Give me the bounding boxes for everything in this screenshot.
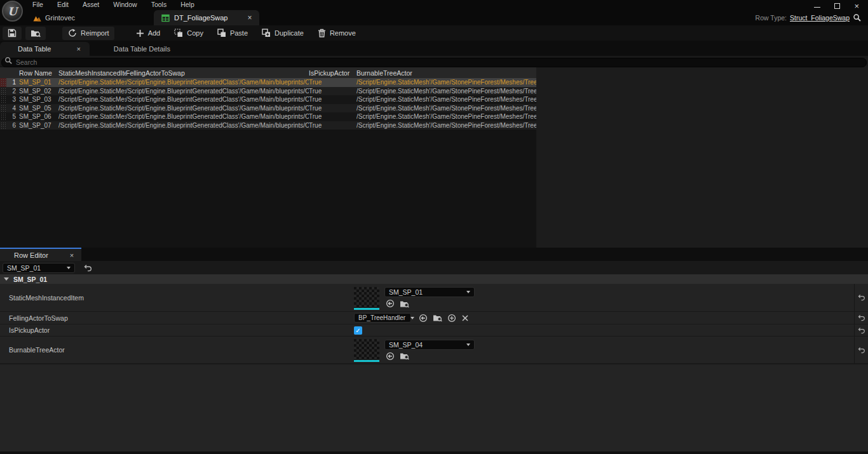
property-row-static-mesh: StaticMeshInstancedItem SM_SP_01 [0, 284, 868, 312]
close-tab-icon[interactable] [76, 45, 80, 53]
save-icon [8, 29, 17, 37]
asset-thumbnail[interactable] [354, 339, 379, 362]
maximize-button[interactable] [834, 3, 840, 9]
close-tab-icon[interactable] [70, 251, 74, 259]
pickup-cell: True [309, 96, 356, 103]
save-button[interactable] [3, 27, 22, 40]
use-selected-asset-icon[interactable] [386, 299, 395, 308]
minimize-button[interactable] [814, 4, 820, 8]
property-label: FellingActorToSwap [0, 312, 354, 324]
toolbar: Reimport Add Copy Paste [0, 25, 868, 41]
reset-to-default-icon[interactable] [858, 327, 865, 334]
reset-icon[interactable] [84, 264, 92, 272]
menu-window[interactable]: Window [107, 1, 142, 8]
is-pickup-checkbox[interactable] [354, 326, 362, 335]
reimport-label: Reimport [81, 29, 109, 37]
tab-dt-foliageswap[interactable]: DT_FoliageSwap [154, 10, 259, 25]
table-row[interactable]: 2 SM_SP_02 /Script/Engine.StaticMesh'/Ga… [0, 87, 536, 96]
table-row[interactable]: 1 SM_SP_01 /Script/Engine.StaticMesh'/Ga… [0, 78, 536, 87]
burnable-cell: /Script/Engine.StaticMesh'/Game/StonePin… [356, 79, 536, 86]
tab-data-table-details[interactable]: Data Table Details [104, 42, 180, 56]
menu-edit[interactable]: Edit [51, 1, 74, 8]
menu-help[interactable]: Help [175, 1, 200, 8]
pick-actor-icon[interactable] [447, 314, 456, 323]
search-input[interactable] [1, 58, 867, 67]
duplicate-button[interactable]: Duplicate [257, 27, 309, 40]
row-number: 3 [6, 96, 19, 103]
table-row[interactable]: 3 SM_SP_03 /Script/Engine.StaticMesh'/Ga… [0, 95, 536, 104]
row-select-dropdown[interactable]: SM_SP_01 [3, 263, 75, 273]
tab-data-table[interactable]: Data Table [0, 42, 90, 56]
menu-asset[interactable]: Asset [77, 1, 105, 8]
table-row[interactable]: 6 SM_SP_07 /Script/Engine.StaticMesh'/Ga… [0, 121, 536, 130]
reset-to-default-icon[interactable] [858, 294, 865, 301]
felling-actor-cell: /Script/Engine.BlueprintGeneratedClass'/… [126, 96, 309, 103]
close-window-button[interactable] [854, 3, 859, 9]
browse-asset-button[interactable] [25, 27, 46, 40]
static-mesh-dropdown[interactable]: SM_SP_01 [384, 287, 475, 297]
drag-handle[interactable] [0, 87, 6, 96]
felling-actor-cell: /Script/Engine.BlueprintGeneratedClass'/… [126, 113, 309, 120]
chevron-down-icon [466, 291, 470, 293]
duplicate-icon [262, 29, 271, 37]
row-type-link[interactable]: Struct_FoliageSwap [790, 14, 850, 22]
close-tab-icon[interactable] [247, 13, 252, 22]
row-number: 4 [6, 105, 19, 112]
tab-row-editor[interactable]: Row Editor [0, 248, 81, 261]
burnable-cell: /Script/Engine.StaticMesh'/Game/StonePin… [356, 113, 536, 120]
browse-to-asset-icon[interactable] [400, 300, 409, 308]
col-static-mesh[interactable]: StaticMeshInstancedItem [58, 69, 126, 77]
asset-thumbnail[interactable] [354, 287, 379, 310]
trash-icon [318, 29, 326, 37]
col-pickup[interactable]: IsPickupActor [309, 69, 356, 77]
use-selected-asset-icon[interactable] [386, 352, 395, 361]
reset-to-default-icon[interactable] [858, 347, 865, 354]
property-row-burnable-tree: BurnableTreeActor SM_SP_04 [0, 337, 868, 364]
paste-label: Paste [230, 29, 248, 37]
property-row-felling-actor: FellingActorToSwap BP_TreeHandler [0, 312, 868, 324]
row-editor-tab-label: Row Editor [14, 251, 48, 259]
burnable-tree-dropdown[interactable]: SM_SP_04 [384, 340, 475, 350]
plus-icon [136, 29, 144, 37]
data-table-panel: Row Name StaticMeshInstancedItem Felling… [0, 66, 536, 248]
tab-level-grintovec[interactable]: Grintovec [24, 10, 84, 25]
chevron-down-icon [410, 317, 414, 319]
copy-label: Copy [187, 29, 203, 37]
table-row[interactable]: 4 SM_SP_05 /Script/Engine.StaticMesh'/Ga… [0, 104, 536, 113]
paste-button[interactable]: Paste [212, 27, 253, 40]
remove-button[interactable]: Remove [313, 27, 361, 40]
search-icon[interactable] [853, 13, 862, 22]
data-table-area: Row Name StaticMeshInstancedItem Felling… [0, 66, 868, 248]
felling-actor-cell: /Script/Engine.BlueprintGeneratedClass'/… [126, 88, 309, 95]
clear-icon[interactable] [461, 314, 469, 322]
copy-button[interactable]: Copy [169, 27, 208, 40]
browse-to-asset-icon[interactable] [433, 314, 442, 322]
col-row-name[interactable]: Row Name [19, 69, 58, 77]
empty-panel-area [536, 66, 868, 248]
col-burnable[interactable]: BurnableTreeActor [356, 69, 536, 77]
felling-actor-dropdown[interactable]: BP_TreeHandler [354, 313, 411, 323]
reset-to-default-icon[interactable] [858, 314, 865, 321]
menu-tools[interactable]: Tools [146, 1, 173, 8]
browse-to-asset-icon[interactable] [400, 352, 409, 360]
pickup-cell: True [309, 105, 356, 112]
row-selector-bar: SM_SP_01 [0, 261, 868, 274]
use-selected-asset-icon[interactable] [419, 314, 428, 323]
category-label: SM_SP_01 [13, 276, 47, 283]
search-row [0, 56, 868, 66]
table-row[interactable]: 5 SM_SP_06 /Script/Engine.StaticMesh'/Ga… [0, 112, 536, 121]
menu-file[interactable]: File [27, 1, 49, 8]
col-felling[interactable]: FellingActorToSwap [126, 69, 309, 77]
static-mesh-cell: /Script/Engine.StaticMesh'/Ga [58, 88, 126, 95]
static-mesh-cell: /Script/Engine.StaticMesh'/Ga [58, 122, 126, 129]
drag-handle[interactable] [0, 121, 6, 130]
drag-handle[interactable] [0, 104, 6, 113]
drag-handle[interactable] [0, 112, 6, 121]
pickup-cell: True [309, 113, 356, 120]
drag-handle[interactable] [0, 78, 6, 87]
category-header[interactable]: SM_SP_01 [0, 274, 868, 284]
reimport-button[interactable]: Reimport [62, 27, 114, 40]
pickup-cell: True [309, 88, 356, 95]
drag-handle[interactable] [0, 95, 6, 104]
add-button[interactable]: Add [131, 27, 166, 40]
